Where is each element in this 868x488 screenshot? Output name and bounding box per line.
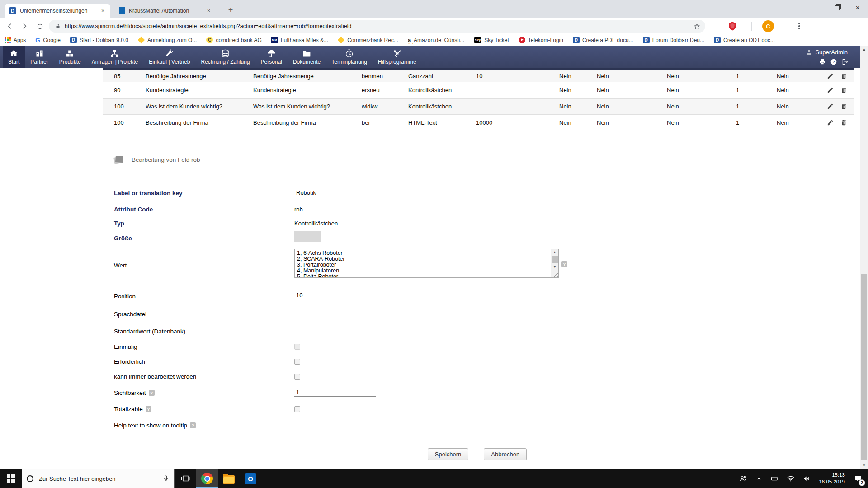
delete-trash-icon[interactable] — [840, 73, 847, 80]
profile-avatar[interactable]: C — [762, 20, 774, 32]
page-scrollbar[interactable] — [860, 46, 868, 469]
taskbar-clock[interactable]: 15:13 16.05.2019 — [819, 472, 845, 485]
taskbar-search[interactable] — [22, 469, 175, 488]
scroll-up-icon[interactable] — [551, 249, 558, 255]
taskbar-search-input[interactable] — [38, 475, 158, 483]
scrollbar-thumb[interactable] — [861, 274, 867, 460]
microphone-icon[interactable] — [162, 475, 170, 482]
window-close-button[interactable] — [847, 0, 868, 15]
user-menu[interactable]: SuperAdmin — [806, 49, 848, 56]
bookmark-google[interactable]: G Google — [35, 37, 61, 44]
delete-trash-icon[interactable] — [840, 103, 847, 110]
battery-icon[interactable] — [768, 469, 782, 488]
tab-company-settings[interactable]: D Unternehmenseinstellungen — [5, 4, 110, 18]
bookmark-comdirect[interactable]: C comdirect bank AG — [206, 37, 261, 43]
visibility-label: Sichtbarkeit — [114, 389, 155, 396]
tray-expand-chevron-icon[interactable] — [752, 469, 766, 488]
language-file-input[interactable] — [294, 309, 388, 318]
delete-trash-icon[interactable] — [840, 87, 847, 94]
tab-close-icon[interactable] — [205, 7, 212, 15]
bookmark-label: Forum Dolibarr Deu... — [652, 37, 704, 43]
position-input[interactable] — [294, 291, 327, 300]
menu-item-dokumente[interactable]: Dokumente — [288, 46, 326, 68]
edit-pencil-icon[interactable] — [827, 73, 834, 80]
bookmark-sky[interactable]: sky Sky Ticket — [474, 37, 509, 43]
action-center-button[interactable]: 2 — [850, 469, 866, 488]
window-restore-button[interactable] — [826, 0, 847, 15]
bookmark-forum-dolibarr[interactable]: D Forum Dolibarr Deu... — [643, 37, 704, 43]
bookmark-lufthansa[interactable]: MM Lufthansa Miles &... — [271, 37, 328, 43]
scrollbar-thumb[interactable] — [552, 256, 558, 263]
value-help-icon[interactable] — [561, 261, 567, 267]
taskbar-explorer-button[interactable] — [218, 469, 240, 488]
cell-type: Ganzzahl — [408, 73, 476, 80]
save-button[interactable]: Speichern — [428, 448, 469, 460]
visibility-help-icon[interactable] — [149, 390, 155, 396]
cell-size: 10000 — [476, 119, 559, 126]
scroll-up-icon[interactable] — [860, 46, 868, 53]
url-bar[interactable]: https://www.spincrm.de/htdocs/societe/ad… — [49, 20, 705, 33]
adblock-shield-icon[interactable] — [727, 21, 738, 32]
reload-button[interactable] — [33, 20, 46, 33]
menu-item-anfragen-projekte[interactable]: Anfragen | Projekte — [86, 46, 144, 68]
forward-icon — [20, 22, 28, 30]
menu-item-personal[interactable]: Personal — [255, 46, 288, 68]
menu-item-hilfsprogramme[interactable]: Hilfsprogramme — [373, 46, 422, 68]
always-editable-checkbox[interactable] — [294, 374, 300, 380]
value-textarea[interactable]: 1, 6-Achs Roboter 2, SCARA-Roboter 3, Po… — [295, 249, 551, 277]
label-input[interactable] — [294, 188, 437, 197]
tab-kraussmaffei[interactable]: KraussMaffei Automation — [115, 4, 216, 18]
scroll-down-icon[interactable] — [860, 462, 868, 469]
bookmark-amazon[interactable]: a Amazon.de: Günsti... — [408, 37, 464, 43]
menu-item-produkte[interactable]: Produkte — [54, 46, 86, 68]
people-tray-icon[interactable] — [736, 469, 750, 488]
help-tooltip-input[interactable] — [294, 420, 740, 429]
scroll-down-icon[interactable] — [551, 264, 558, 270]
bookmark-commerzbank[interactable]: Commerzbank Rec... — [338, 37, 398, 43]
bookmark-anmeldung[interactable]: Anmeldung zum O... — [138, 37, 197, 43]
window-minimize-button[interactable] — [806, 0, 826, 15]
wifi-icon[interactable] — [784, 469, 797, 488]
new-tab-button[interactable] — [225, 5, 236, 16]
visibility-input[interactable] — [294, 388, 376, 397]
task-view-button[interactable] — [175, 469, 196, 488]
bookmark-telekom[interactable]: Telekom-Login — [519, 37, 563, 43]
menu-item-start[interactable]: Start — [3, 46, 25, 68]
required-checkbox[interactable] — [294, 359, 300, 365]
clock-date: 16.05.2019 — [819, 479, 845, 485]
volume-icon[interactable] — [800, 469, 813, 488]
default-value-input[interactable] — [294, 326, 327, 335]
start-button[interactable] — [0, 469, 22, 488]
totalizable-help-icon[interactable] — [146, 406, 151, 412]
bookmark-label: Create an ODT doc... — [723, 37, 775, 43]
menu-item-terminplanung[interactable]: Terminplanung — [326, 46, 373, 68]
menu-item-rechnung-zahlung[interactable]: Rechnung / Zahlung — [195, 46, 255, 68]
help-tooltip-help-icon[interactable] — [190, 422, 196, 428]
print-icon[interactable] — [819, 58, 826, 66]
tab-close-icon[interactable] — [99, 7, 107, 15]
cancel-button[interactable]: Abbrechen — [484, 448, 527, 460]
logout-icon[interactable] — [841, 58, 849, 66]
taskbar-outlook-button[interactable]: O — [240, 469, 261, 488]
forward-button[interactable] — [18, 20, 31, 33]
help-icon[interactable]: ? — [830, 58, 837, 66]
back-button[interactable] — [4, 20, 16, 33]
edit-pencil-icon[interactable] — [827, 87, 834, 94]
bookmark-create-pdf[interactable]: D Create a PDF docu... — [573, 37, 633, 43]
bookmark-apps[interactable]: Apps — [5, 37, 26, 43]
bookmark-dolibarr-start[interactable]: D Start - Dolibarr 9.0.0 — [70, 37, 128, 43]
bookmark-star-icon[interactable] — [693, 23, 701, 30]
totalizable-checkbox[interactable] — [294, 406, 300, 412]
menu-item-partner[interactable]: Partner — [25, 46, 53, 68]
taskbar-chrome-button[interactable] — [196, 469, 218, 488]
edit-pencil-icon[interactable] — [827, 119, 834, 126]
browser-menu-icon[interactable] — [796, 21, 803, 31]
bookmark-label: Lufthansa Miles &... — [281, 37, 328, 43]
cell-code: ber — [362, 119, 408, 126]
bookmark-create-odt[interactable]: D Create an ODT doc... — [714, 37, 775, 43]
edit-pencil-icon[interactable] — [827, 103, 834, 110]
menu-item-einkauf-vertrieb[interactable]: Einkauf | Vertrieb — [143, 46, 195, 68]
bookmark-label: Sky Ticket — [484, 37, 509, 43]
delete-trash-icon[interactable] — [840, 119, 847, 126]
cell-position: 90 — [103, 87, 146, 94]
